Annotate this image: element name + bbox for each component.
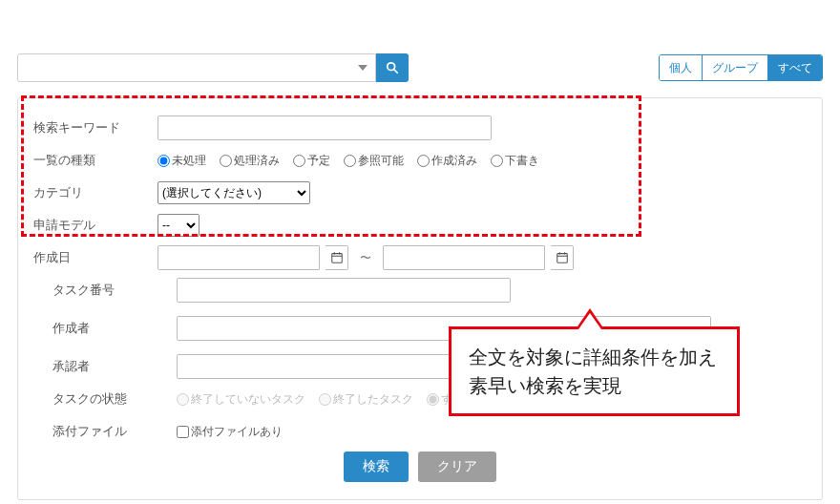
attach-checkbox-wrap[interactable]: 添付ファイルあり [177, 424, 283, 440]
search-icon [386, 61, 399, 74]
model-select[interactable]: -- [158, 214, 200, 237]
label-model: 申請モデル [33, 217, 158, 234]
svg-rect-6 [556, 254, 567, 263]
label-approver: 承認者 [52, 358, 177, 375]
label-keyword: 検索キーワード [33, 119, 158, 136]
calendar-icon [330, 251, 344, 264]
state-opt-1[interactable]: 終了したタスク [319, 391, 413, 408]
category-select[interactable]: (選択してください) [158, 181, 310, 204]
callout-line2: 素早い検索を実現 [469, 371, 720, 400]
listtype-group: 未処理 処理済み 予定 参照可能 作成済み 下書き [158, 153, 807, 169]
label-attach: 添付ファイル [52, 423, 177, 440]
quick-search-combo[interactable] [17, 53, 376, 82]
button-row: 検索 クリア [33, 452, 807, 482]
label-creator: 作成者 [52, 320, 177, 337]
listtype-opt-0[interactable]: 未処理 [158, 153, 206, 169]
scope-all[interactable]: すべて [768, 55, 822, 80]
label-state: タスクの状態 [52, 390, 177, 408]
listtype-opt-1[interactable]: 処理済み [220, 153, 280, 169]
state-opt-0[interactable]: 終了していないタスク [177, 391, 305, 408]
listtype-opt-3[interactable]: 参照可能 [344, 153, 404, 169]
created-from-cal-button[interactable] [326, 245, 348, 270]
listtype-opt-2[interactable]: 予定 [293, 153, 330, 169]
listtype-opt-4[interactable]: 作成済み [417, 153, 477, 169]
listtype-opt-5[interactable]: 下書き [491, 153, 539, 169]
callout: 全文を対象に詳細条件を加え 素早い検索を実現 [449, 326, 740, 416]
label-created: 作成日 [33, 249, 158, 266]
top-row: 個人 グループ すべて [17, 53, 823, 82]
svg-rect-2 [331, 254, 342, 263]
created-from-input[interactable] [158, 245, 320, 270]
quick-search [17, 53, 409, 82]
tasknum-input[interactable] [177, 278, 511, 303]
scope-segmented: 個人 グループ すべて [659, 54, 823, 81]
range-sep: 〜 [360, 250, 371, 266]
svg-line-1 [393, 70, 397, 74]
calendar-icon [556, 251, 569, 264]
callout-line1: 全文を対象に詳細条件を加え [469, 343, 720, 371]
chevron-down-icon [358, 65, 368, 71]
label-tasknum: タスク番号 [52, 282, 177, 299]
quick-search-button[interactable] [376, 53, 409, 82]
clear-button[interactable]: クリア [418, 452, 496, 482]
scope-personal[interactable]: 個人 [660, 55, 703, 80]
keyword-input[interactable] [158, 116, 492, 140]
label-listtype: 一覧の種類 [33, 152, 158, 169]
search-screen: 個人 グループ すべて 検索キーワード 一覧の種類 未処理 処理済み 予定 参照… [0, 0, 840, 504]
scope-group[interactable]: グループ [703, 55, 768, 80]
attach-checkbox[interactable] [177, 426, 189, 438]
search-button[interactable]: 検索 [344, 452, 409, 482]
created-to-cal-button[interactable] [551, 245, 574, 270]
created-to-input[interactable] [383, 245, 545, 270]
callout-pointer-icon [576, 308, 604, 329]
label-category: カテゴリ [33, 184, 158, 201]
advanced-search-panel: 検索キーワード 一覧の種類 未処理 処理済み 予定 参照可能 作成済み 下書き … [17, 97, 823, 500]
